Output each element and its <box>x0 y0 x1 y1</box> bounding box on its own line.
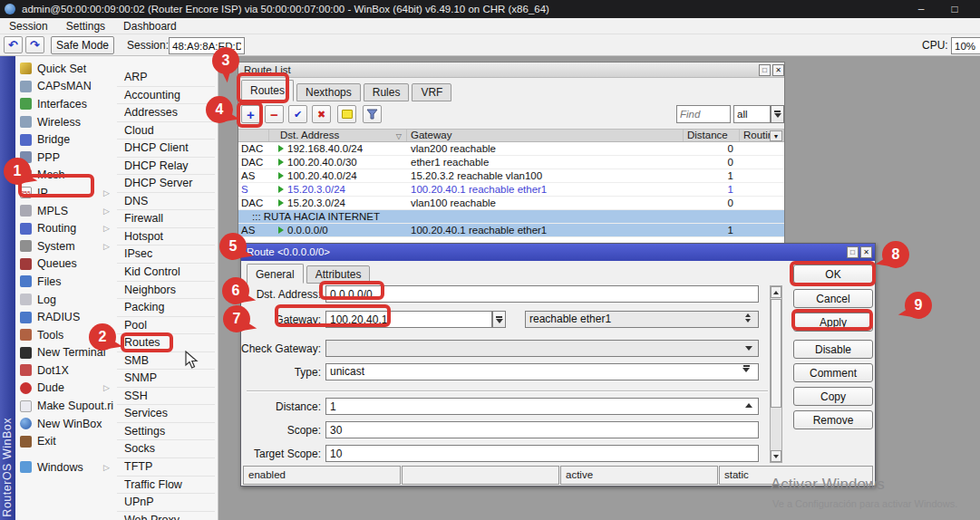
ip-submenu-item-dhcp-relay[interactable]: DHCP Relay <box>117 158 215 176</box>
distance-up-icon[interactable] <box>745 403 752 408</box>
sort-icon[interactable]: ▽ <box>396 130 402 141</box>
column-select-icon[interactable]: ▼ <box>770 130 782 141</box>
check-gateway-dropdown-icon[interactable] <box>745 346 752 351</box>
dialog-close-icon[interactable]: ✕ <box>860 246 872 258</box>
ip-submenu-item-hotspot[interactable]: Hotspot <box>117 228 215 246</box>
menu-settings[interactable]: Settings <box>57 20 114 33</box>
sidebar-item-log[interactable]: Log <box>15 291 113 309</box>
sidebar-item-interfaces[interactable]: Interfaces <box>15 95 113 113</box>
sidebar-item-new-winbox[interactable]: New WinBox <box>15 415 113 433</box>
ip-submenu-item-web-proxy[interactable]: Web Proxy <box>117 512 215 520</box>
comment-route-button[interactable] <box>337 105 356 123</box>
ip-submenu-item-socks[interactable]: Socks <box>117 440 215 458</box>
sidebar-item-windows[interactable]: Windows▷ <box>15 458 113 477</box>
gateway-dropdown-icon[interactable] <box>492 311 506 328</box>
undo-icon[interactable]: ↶ <box>4 36 23 53</box>
copy-button[interactable]: Copy <box>793 387 873 406</box>
sidebar-item-mpls[interactable]: MPLS▷ <box>15 202 113 220</box>
ip-submenu-item-dhcp-server[interactable]: DHCP Server <box>117 175 215 193</box>
dialog-tab-general[interactable]: General <box>247 264 304 284</box>
ip-submenu-item-services[interactable]: Services <box>117 405 215 423</box>
sidebar-item-capsman[interactable]: CAPsMAN <box>15 78 113 96</box>
ip-submenu-item-packing[interactable]: Packing <box>117 299 215 317</box>
dialog-scrollbar[interactable] <box>770 285 782 463</box>
sidebar-item-make-supout-rif[interactable]: Make Supout.rif <box>15 397 113 415</box>
target-scope-input[interactable] <box>325 445 759 462</box>
disable-route-button[interactable]: ✖ <box>312 105 331 123</box>
type-dropdown-icon[interactable] <box>742 365 750 372</box>
find-input[interactable] <box>676 105 731 123</box>
route-row[interactable]: DAC192.168.40.0/24vlan200 reachable0 <box>238 142 784 156</box>
sidebar-item-quick-set[interactable]: Quick Set <box>15 60 113 78</box>
scroll-down-icon[interactable] <box>771 450 781 462</box>
ip-submenu-item-firewall[interactable]: Firewall <box>117 210 215 228</box>
cancel-button[interactable]: Cancel <box>793 289 873 308</box>
tab-nexthops[interactable]: Nexthops <box>296 83 361 101</box>
filter-button[interactable] <box>363 105 382 123</box>
sidebar-item-system[interactable]: System▷ <box>15 237 113 255</box>
disable-button[interactable]: Disable <box>793 340 873 359</box>
remove-button[interactable]: Remove <box>793 410 873 429</box>
route-row[interactable]: AS0.0.0.0/0100.20.40.1 reachable ether11 <box>238 224 784 237</box>
redo-icon[interactable]: ↷ <box>25 36 44 53</box>
scrollbar-thumb[interactable] <box>771 299 781 408</box>
ip-submenu-item-dns[interactable]: DNS <box>117 193 215 211</box>
type-select[interactable]: unicast <box>325 363 759 380</box>
ip-submenu-item-smb[interactable]: SMB <box>117 352 215 371</box>
safe-mode-button[interactable]: Safe Mode <box>51 36 114 54</box>
ip-submenu-item-upnp[interactable]: UPnP <box>117 494 215 512</box>
ip-submenu-item-dhcp-client[interactable]: DHCP Client <box>117 140 215 158</box>
sidebar-item-files[interactable]: Files <box>15 273 113 291</box>
column-header-flags[interactable] <box>238 130 269 141</box>
route-row[interactable]: DAC15.20.3.0/24vlan100 reachable0 <box>238 197 784 210</box>
tab-vrf[interactable]: VRF <box>412 83 451 101</box>
dialog-maximize-icon[interactable]: □ <box>847 246 859 258</box>
comment-button[interactable]: Comment <box>793 363 873 382</box>
ip-submenu-item-neighbors[interactable]: Neighbors <box>117 282 215 300</box>
sidebar-item-ppp[interactable]: PPP <box>15 149 113 167</box>
menu-dashboard[interactable]: Dashboard <box>114 20 186 33</box>
sidebar-item-dot1x[interactable]: Dot1X <box>15 361 113 380</box>
route-list-close-icon[interactable]: ✕ <box>772 64 784 76</box>
route-dialog-titlebar[interactable]: Route <0.0.0.0/0> <box>241 244 875 261</box>
remove-route-button[interactable]: − <box>265 105 284 123</box>
ip-submenu-item-arp[interactable]: ARP <box>117 69 215 87</box>
minimize-button[interactable]: – <box>909 0 933 18</box>
route-row[interactable]: AS100.20.40.0/2415.20.3.2 reachable vlan… <box>238 169 784 183</box>
ip-submenu-item-ssh[interactable]: SSH <box>117 388 215 406</box>
column-header-routin[interactable]: Routin▼ <box>740 130 784 141</box>
column-header-gateway[interactable]: Gateway <box>407 130 684 141</box>
scope-input[interactable] <box>325 421 759 438</box>
route-list-titlebar[interactable]: Route List <box>238 63 784 78</box>
sidebar-item-exit[interactable]: Exit <box>15 432 113 450</box>
gateway-spinner[interactable] <box>745 313 751 323</box>
ip-submenu-item-ipsec[interactable]: IPsec <box>117 246 215 264</box>
route-comment-row[interactable]: ::: RUTA HACIA INTERNET <box>238 210 784 224</box>
route-list-maximize-icon[interactable]: □ <box>759 64 771 76</box>
filter-scope-select[interactable]: all <box>733 105 771 123</box>
check-gateway-select[interactable] <box>325 340 759 357</box>
sidebar-item-queues[interactable]: Queues <box>15 255 113 274</box>
ip-submenu-item-addresses[interactable]: Addresses <box>117 104 215 122</box>
sidebar-item-bridge[interactable]: Bridge <box>15 130 113 149</box>
tab-rules[interactable]: Rules <box>364 83 410 101</box>
column-header-dst-address[interactable]: Dst. Address▽ <box>269 130 407 141</box>
ip-submenu-item-traffic-flow[interactable]: Traffic Flow <box>117 477 215 495</box>
dst-address-input[interactable] <box>325 285 759 303</box>
distance-input[interactable] <box>325 398 759 415</box>
scroll-up-icon[interactable] <box>771 286 781 298</box>
filter-scope-dropdown-icon[interactable] <box>771 105 784 123</box>
enable-route-button[interactable]: ✔ <box>288 105 307 123</box>
menu-session[interactable]: Session <box>0 20 57 33</box>
ip-submenu-item-kid-control[interactable]: Kid Control <box>117 264 215 282</box>
route-row[interactable]: DAC100.20.40.0/30ether1 reachable0 <box>238 156 784 169</box>
ip-submenu-item-settings[interactable]: Settings <box>117 423 215 441</box>
maximize-button[interactable]: □ <box>943 0 966 18</box>
sidebar-item-wireless[interactable]: Wireless <box>15 113 113 131</box>
ip-submenu-item-accounting[interactable]: Accounting <box>117 87 215 105</box>
sidebar-item-dude[interactable]: Dude▷ <box>15 380 113 398</box>
sidebar-item-routing[interactable]: Routing▷ <box>15 219 113 237</box>
ip-submenu-item-tftp[interactable]: TFTP <box>117 458 215 477</box>
ip-submenu-item-cloud[interactable]: Cloud <box>117 122 215 140</box>
ip-submenu-item-snmp[interactable]: SNMP <box>117 370 215 388</box>
